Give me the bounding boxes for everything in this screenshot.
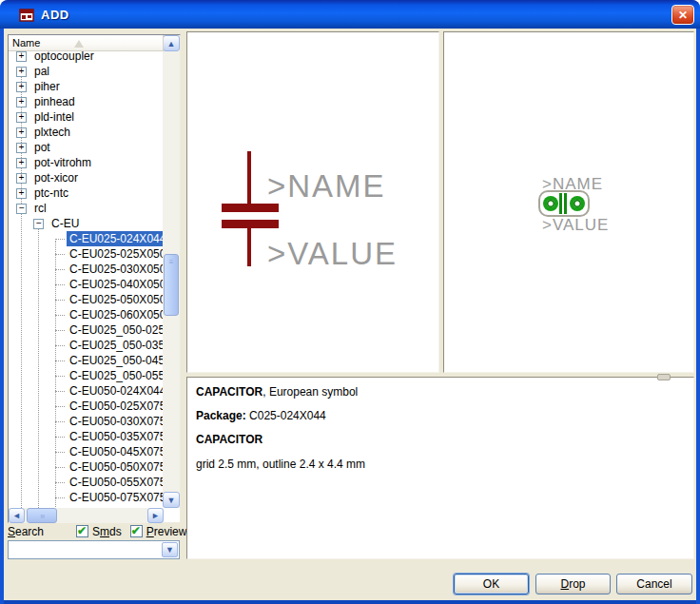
tree-item[interactable]: C-EU050-050X075 [9,459,164,475]
tree-item[interactable]: C-EU025-024X044 [9,231,164,246]
expand-icon[interactable]: + [16,143,27,153]
tree-item[interactable]: +pot-xicor [9,170,164,185]
tree-item[interactable]: +pot-vitrohm [9,155,164,170]
add-dialog: ADD ✕ Name +optocoupler+pal+piher+pinhea… [0,0,700,604]
expand-icon[interactable]: + [16,112,27,123]
capacitor-symbol-lead-top [247,151,251,205]
search-combobox[interactable]: ▼ [8,540,180,559]
tree-item[interactable]: +optocoupler [9,51,164,64]
expand-icon[interactable]: + [16,51,27,62]
description-title-line: CAPACITOR, European symbol [196,385,358,399]
tree-connector [55,421,65,422]
tree-item-label: C-EU025-030X050 [67,262,164,277]
title-bar[interactable]: ADD ✕ [0,0,700,29]
preview-label[interactable]: Preview [146,525,187,538]
tree-connector [55,269,65,270]
tree-connector [55,284,65,285]
tree-item-label: ptc-ntc [31,185,71,201]
tree-item[interactable]: C-EU025_050-025X0 [9,322,164,338]
tree-horizontal-scrollbar[interactable]: ◄ ≡ ► [9,508,164,523]
tree-column-header[interactable]: Name [9,35,164,51]
tree-item[interactable]: C-EU050-055X075 [9,475,164,490]
tree-item-label: plxtech [31,125,73,140]
tree-item-label: pal [31,64,52,79]
tree-item[interactable]: C-EU025-030X050 [9,262,164,277]
smds-checkbox[interactable] [76,525,88,537]
tree-item[interactable]: C-EU025-050X050 [9,292,164,307]
tree-item-label: piher [31,79,63,94]
package-pad-1 [543,196,558,211]
tree-item-label: C-EU025_050-035X0 [67,338,164,353]
tree-item[interactable]: C-EU025_050-055X0 [9,368,164,383]
tree-connector [55,467,65,468]
tree-viewport: +optocoupler+pal+piher+pinhead+pld-intel… [9,51,164,508]
tree-guide-line [55,241,56,508]
tree-item[interactable]: C-EU050-035X075 [9,429,164,444]
tree-item[interactable]: C-EU025-060X050 [9,307,164,322]
tree-connector [55,497,65,498]
expand-icon[interactable]: + [16,97,27,107]
tree-item[interactable]: C-EU025_050-035X0 [9,338,164,353]
tree-connector [55,391,65,392]
description-package-line: Package: C025-024X044 [196,409,326,422]
combo-dropdown-icon[interactable]: ▼ [162,542,178,557]
tree-item[interactable]: +plxtech [9,125,164,140]
preview-checkbox[interactable] [130,525,143,537]
collapse-icon[interactable]: − [16,204,27,214]
expand-icon[interactable]: + [16,188,27,199]
tree-item[interactable]: +pinhead [9,94,164,109]
tree-connector [55,345,65,346]
tree-item[interactable]: +pal [9,64,164,79]
drop-button[interactable]: Drop [535,574,611,594]
tree-item[interactable]: C-EU025-040X050 [9,277,164,292]
capacitor-symbol-plate-top [222,204,279,212]
tree-item[interactable]: +ptc-ntc [9,185,164,201]
tree-item[interactable]: +pld-intel [9,109,164,125]
scroll-down-icon[interactable]: ▼ [163,492,180,508]
tree-item[interactable]: C-EU050-030X075 [9,414,164,429]
collapse-icon[interactable]: − [33,219,44,229]
tree-item-label: pot-vitrohm [31,155,94,170]
tree-item-label: C-EU050-035X075 [67,429,164,444]
cancel-button[interactable]: Cancel [616,574,692,594]
tree-item[interactable]: +pot [9,140,164,155]
tree-item-label: C-EU025-025X050 [67,246,164,262]
close-button[interactable]: ✕ [671,5,694,25]
tree-connector [55,300,65,301]
package-preview-pane: >NAME >VALUE [443,31,694,373]
tree-item-label: C-EU025_050-045X0 [67,353,164,368]
tree-item[interactable]: C-EU050-075X075 [9,490,164,505]
tree-item[interactable]: −rcl [9,201,164,216]
symbol-value-placeholder: >VALUE [267,238,398,269]
expand-icon[interactable]: + [16,67,27,77]
expand-icon[interactable]: + [16,173,27,184]
tree-vertical-scrollbar[interactable]: ▲ ≡ ▼ [163,35,180,508]
tree-item[interactable]: +piher [9,79,164,94]
tree-item-label: pinhead [31,94,78,109]
tree-item[interactable]: C-EU025-025X050 [9,246,164,262]
expand-icon[interactable]: + [16,158,27,168]
expand-icon[interactable]: + [16,127,27,138]
tree-item[interactable]: C-EU050-045X075 [9,444,164,459]
tree-item[interactable]: C-EU050-024X044 [9,383,164,399]
scroll-right-icon[interactable]: ► [147,508,164,523]
expand-icon[interactable]: + [16,82,27,92]
tree-item-label: C-EU025-040X050 [67,277,164,292]
tree-item[interactable]: −C-EU [9,216,164,231]
tree-item-label: C-EU025-050X050 [67,292,164,307]
tree-item-label: C-EU [49,216,82,231]
smds-label[interactable]: Smds [92,525,122,538]
add-dialog-icon [19,8,34,23]
tree-item[interactable]: C-EU025_050-045X0 [9,353,164,368]
symbol-preview-pane: >NAME >VALUE [186,31,439,373]
scroll-left-icon[interactable]: ◄ [9,508,25,523]
tree-item[interactable]: C-EU050-025X075 [9,399,164,414]
sort-ascending-icon [74,40,84,48]
splitter-grip[interactable] [657,374,671,380]
tree-connector [55,482,65,483]
tree-connector [55,437,65,438]
vertical-scroll-thumb[interactable]: ≡ [164,254,179,316]
scroll-up-icon[interactable]: ▲ [163,35,180,51]
ok-button[interactable]: OK [454,574,529,594]
horizontal-scroll-thumb[interactable]: ≡ [27,508,57,523]
